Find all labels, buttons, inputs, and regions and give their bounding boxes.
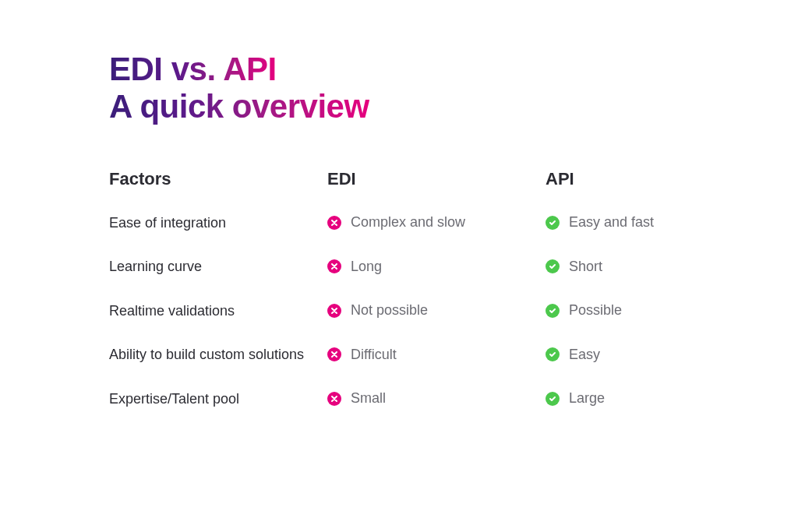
api-value-text: Short — [569, 259, 602, 275]
factor-label: Ability to build custom solutions — [109, 346, 327, 364]
edi-value-text: Small — [351, 390, 386, 407]
comparison-table: Factors EDI API Ease of integrationCompl… — [109, 169, 689, 408]
api-value-text: Easy and fast — [569, 214, 654, 231]
api-value-text: Possible — [569, 302, 622, 319]
edi-value-text: Long — [351, 259, 382, 275]
api-value-cell: Possible — [546, 302, 689, 319]
api-value-cell: Easy — [546, 347, 689, 363]
edi-value-text: Not possible — [351, 302, 428, 319]
api-value-cell: Easy and fast — [546, 214, 689, 231]
cross-icon — [327, 347, 341, 361]
header-factors: Factors — [109, 169, 327, 189]
table-row: Ease of integrationComplex and slowEasy … — [109, 214, 689, 232]
api-value-text: Easy — [569, 347, 600, 363]
page-title: EDI vs. API A quick overview — [109, 51, 689, 126]
table-row: Ability to build custom solutionsDifficu… — [109, 346, 689, 364]
table-row: Learning curveLongShort — [109, 258, 689, 276]
cross-icon — [327, 216, 341, 230]
edi-value-cell: Not possible — [327, 302, 546, 319]
header-api: API — [546, 169, 689, 189]
factor-label: Learning curve — [109, 258, 327, 276]
cross-icon — [327, 392, 341, 406]
table-header-row: Factors EDI API — [109, 169, 689, 189]
edi-value-text: Complex and slow — [351, 214, 465, 231]
factor-label: Realtime validations — [109, 302, 327, 320]
title-line-2: A quick overview — [109, 88, 369, 125]
factor-label: Expertise/Talent pool — [109, 390, 327, 408]
check-icon — [546, 392, 560, 406]
check-icon — [546, 304, 560, 318]
edi-value-cell: Long — [327, 259, 546, 275]
api-value-cell: Short — [546, 259, 689, 275]
edi-value-text: Difficult — [351, 347, 397, 363]
header-edi: EDI — [327, 169, 546, 189]
check-icon — [546, 347, 560, 361]
check-icon — [546, 216, 560, 230]
cross-icon — [327, 259, 341, 273]
cross-icon — [327, 304, 341, 318]
edi-value-cell: Small — [327, 390, 546, 407]
check-icon — [546, 259, 560, 273]
table-row: Realtime validationsNot possiblePossible — [109, 302, 689, 320]
api-value-text: Large — [569, 390, 605, 407]
table-row: Expertise/Talent poolSmallLarge — [109, 390, 689, 408]
edi-value-cell: Complex and slow — [327, 214, 546, 231]
factor-label: Ease of integration — [109, 214, 327, 232]
edi-value-cell: Difficult — [327, 347, 546, 363]
api-value-cell: Large — [546, 390, 689, 407]
title-line-1: EDI vs. API — [109, 51, 277, 88]
